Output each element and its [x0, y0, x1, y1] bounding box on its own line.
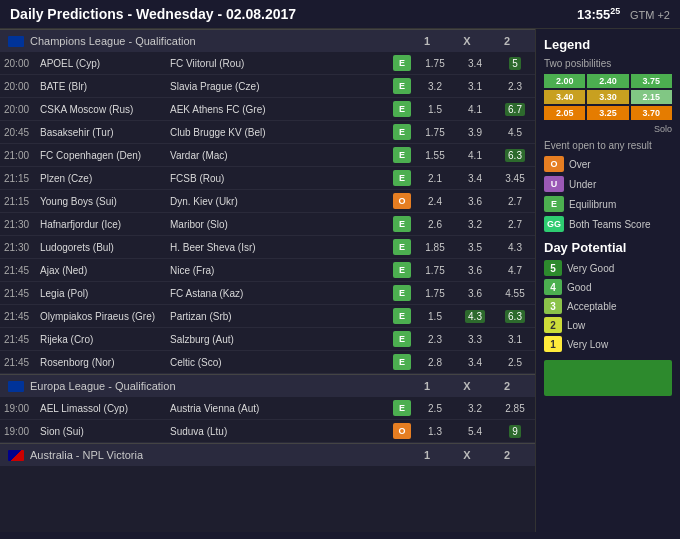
odds-2: 6.7	[495, 98, 535, 121]
league-name: Australia - NPL Victoria	[30, 449, 401, 461]
league-column-headers: 1X2	[407, 449, 527, 461]
away-team: Slavia Prague (Cze)	[166, 75, 389, 98]
col-header-X: X	[447, 35, 487, 47]
indicator-badge: E	[393, 124, 411, 140]
legend-item-label: Both Teams Score	[569, 219, 651, 230]
potential-number: 2	[544, 317, 562, 333]
odds-2: 3.1	[495, 328, 535, 351]
table-row[interactable]: 19:00Sion (Sui)Suduva (Ltu)O1.35.49	[0, 420, 535, 443]
match-time: 19:00	[0, 397, 36, 420]
odds-x: 3.5	[455, 236, 495, 259]
indicator-badge: E	[393, 147, 411, 163]
home-team: Young Boys (Sui)	[36, 190, 166, 213]
table-row[interactable]: 21:45Rosenborg (Nor)Celtic (Sco)E2.83.42…	[0, 351, 535, 374]
table-row[interactable]: 21:15Young Boys (Sui)Dyn. Kiev (Ukr)O2.4…	[0, 190, 535, 213]
match-indicator: E	[389, 351, 415, 374]
odds-1: 1.75	[415, 282, 455, 305]
legend-badge-gg: GG	[544, 216, 564, 232]
odds-x: 3.4	[455, 52, 495, 75]
odds-2: 9	[495, 420, 535, 443]
predictions-panel[interactable]: Champions League - Qualification1X220:00…	[0, 29, 535, 532]
potential-item: 1Very Low	[544, 336, 672, 352]
indicator-badge: E	[393, 331, 411, 347]
odds-2: 2.3	[495, 75, 535, 98]
odds-1: 1.55	[415, 144, 455, 167]
odds-2: 6.3	[495, 305, 535, 328]
league-header: Australia - NPL Victoria1X2	[0, 443, 535, 466]
away-team: Celtic (Sco)	[166, 351, 389, 374]
odds-cell: 3.70	[631, 106, 672, 120]
odds-2: 4.7	[495, 259, 535, 282]
odds-cell: 2.15	[631, 90, 672, 104]
odds-cell: 2.40	[587, 74, 628, 88]
odds-x: 3.2	[455, 397, 495, 420]
indicator-badge: E	[393, 354, 411, 370]
table-row[interactable]: 20:45Basaksehir (Tur)Club Brugge KV (Bel…	[0, 121, 535, 144]
odds-x: 3.6	[455, 282, 495, 305]
table-row[interactable]: 21:15Plzen (Cze)FCSB (Rou)E2.13.43.45	[0, 167, 535, 190]
legend-item: GGBoth Teams Score	[544, 216, 672, 232]
potential-number: 3	[544, 298, 562, 314]
col-header-1: 1	[407, 35, 447, 47]
odds-cell: 3.25	[587, 106, 628, 120]
potential-label: Good	[567, 282, 591, 293]
col-header-2: 2	[487, 449, 527, 461]
potential-number: 5	[544, 260, 562, 276]
table-row[interactable]: 19:00AEL Limassol (Cyp)Austria Vienna (A…	[0, 397, 535, 420]
table-row[interactable]: 21:00FC Copenhagen (Den)Vardar (Mac)E1.5…	[0, 144, 535, 167]
home-team: FC Copenhagen (Den)	[36, 144, 166, 167]
away-team: FC Astana (Kaz)	[166, 282, 389, 305]
table-row[interactable]: 21:30Ludogorets (Bul)H. Beer Sheva (Isr)…	[0, 236, 535, 259]
away-team: AEK Athens FC (Gre)	[166, 98, 389, 121]
potential-item: 5Very Good	[544, 260, 672, 276]
league-column-headers: 1X2	[407, 380, 527, 392]
odds-1: 1.5	[415, 98, 455, 121]
odds-1: 2.8	[415, 351, 455, 374]
away-team: Salzburg (Aut)	[166, 328, 389, 351]
legend-title: Legend	[544, 37, 672, 52]
table-row[interactable]: 21:45Rijeka (Cro)Salzburg (Aut)E2.33.33.…	[0, 328, 535, 351]
home-team: APOEL (Cyp)	[36, 52, 166, 75]
legend-item: OOver	[544, 156, 672, 172]
table-row[interactable]: 21:30Hafnarfjordur (Ice)Maribor (Slo)E2.…	[0, 213, 535, 236]
indicator-badge: E	[393, 216, 411, 232]
away-team: FC Viitorul (Rou)	[166, 52, 389, 75]
table-row[interactable]: 20:00BATE (Blr)Slavia Prague (Cze)E3.23.…	[0, 75, 535, 98]
home-team: Sion (Sui)	[36, 420, 166, 443]
timezone: GTM +2	[630, 9, 670, 21]
odds-x: 3.9	[455, 121, 495, 144]
match-indicator: E	[389, 121, 415, 144]
odds-x: 3.4	[455, 167, 495, 190]
away-team: FCSB (Rou)	[166, 167, 389, 190]
table-row[interactable]: 21:45Olympiakos Piraeus (Gre)Partizan (S…	[0, 305, 535, 328]
col-header-2: 2	[487, 380, 527, 392]
odds-cell: 2.05	[544, 106, 585, 120]
indicator-badge: E	[393, 285, 411, 301]
match-time: 21:30	[0, 236, 36, 259]
home-team: Ajax (Ned)	[36, 259, 166, 282]
match-time: 20:45	[0, 121, 36, 144]
odds-2: 2.5	[495, 351, 535, 374]
col-header-X: X	[447, 449, 487, 461]
indicator-badge: E	[393, 239, 411, 255]
away-team: Nice (Fra)	[166, 259, 389, 282]
away-team: Club Brugge KV (Bel)	[166, 121, 389, 144]
odds-1: 2.5	[415, 397, 455, 420]
table-row[interactable]: 21:45Ajax (Ned)Nice (Fra)E1.753.64.7	[0, 259, 535, 282]
table-row[interactable]: 20:00CSKA Moscow (Rus)AEK Athens FC (Gre…	[0, 98, 535, 121]
league-name: Champions League - Qualification	[30, 35, 401, 47]
away-team: Partizan (Srb)	[166, 305, 389, 328]
odds-1: 1.85	[415, 236, 455, 259]
odds-cell: 3.75	[631, 74, 672, 88]
league-name: Europa League - Qualification	[30, 380, 401, 392]
table-row[interactable]: 20:00APOEL (Cyp)FC Viitorul (Rou)E1.753.…	[0, 52, 535, 75]
legend-item: UUnder	[544, 176, 672, 192]
legend-item: EEquilibrum	[544, 196, 672, 212]
odds-2: 2.7	[495, 190, 535, 213]
potential-item: 3Acceptable	[544, 298, 672, 314]
odds-x: 4.1	[455, 144, 495, 167]
header-time-area: 13:5525 GTM +2	[577, 6, 670, 22]
table-row[interactable]: 21:45Legia (Pol)FC Astana (Kaz)E1.753.64…	[0, 282, 535, 305]
odds-x: 3.6	[455, 190, 495, 213]
odds-x: 5.4	[455, 420, 495, 443]
